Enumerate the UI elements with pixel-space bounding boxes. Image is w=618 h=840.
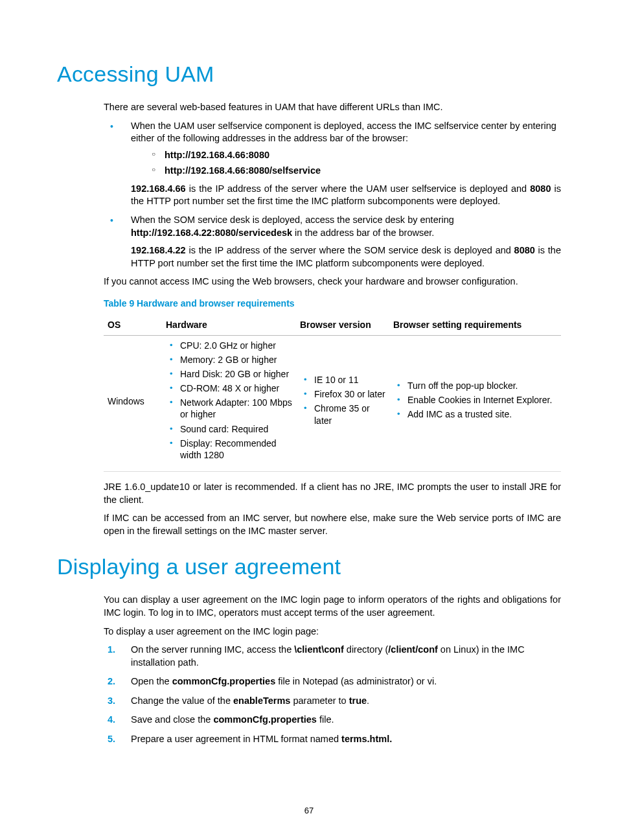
agreement-intro: You can display a user agreement on the …	[104, 594, 561, 619]
list-item: Memory: 2 GB or higher	[166, 354, 292, 366]
step-mid: directory (	[344, 644, 389, 655]
settings-list: Turn off the pop-up blocker. Enable Cook…	[393, 380, 557, 421]
step-post: .	[367, 695, 369, 706]
step-mid: parameter to	[290, 695, 349, 706]
list-item: Hard Disk: 20 GB or higher	[166, 368, 292, 380]
heading-accessing-uam: Accessing UAM	[57, 62, 561, 87]
agreement-lead: To display a user agreement on the IMC l…	[104, 625, 561, 638]
ip-note-mid: is the IP address of the server where th…	[186, 245, 514, 255]
step-bold: \client\conf	[294, 644, 344, 655]
outer-bullet-list: When the UAM user selfservice component …	[104, 120, 561, 270]
list-item: Sound card: Required	[166, 423, 292, 435]
step-pre: Change the value of the	[131, 695, 233, 706]
th-hardware: Hardware	[162, 316, 296, 335]
step-post: file.	[317, 714, 334, 725]
step-item: Open the commonCfg.properties file in No…	[104, 675, 561, 688]
list-item: CPU: 2.0 GHz or higher	[166, 340, 292, 351]
step-pre: Open the	[131, 676, 172, 686]
page-number: 67	[0, 806, 618, 815]
step-pre: Save and close the	[131, 714, 213, 725]
table-caption: Table 9 Hardware and browser requirement…	[104, 298, 561, 310]
requirements-table: OS Hardware Browser version Browser sett…	[104, 316, 561, 472]
sub-url-list: http://192.168.4.66:8080 http://192.168.…	[131, 149, 561, 178]
list-item: Enable Cookies in Internet Explorer.	[393, 394, 557, 406]
steps-list: On the server running IMC, access the \c…	[104, 644, 561, 745]
step-item: Change the value of the enableTerms para…	[104, 695, 561, 708]
heading-user-agreement: Displaying a user agreement	[57, 554, 561, 579]
list-item: Chrome 35 or later	[300, 402, 385, 426]
url-item: http://192.168.4.66:8080/selfservice	[131, 165, 561, 178]
td-hardware: CPU: 2.0 GHz or higher Memory: 2 GB or h…	[162, 335, 296, 472]
ip-note: 192.168.4.22 is the IP address of the se…	[131, 244, 561, 270]
list-item: Display: Recommended width 1280	[166, 438, 292, 461]
td-browser: IE 10 or 11 Firefox 30 or later Chrome 3…	[296, 335, 389, 472]
bullet-text-pre: When the SOM service desk is deployed, a…	[131, 215, 454, 225]
step-bold: enableTerms	[233, 695, 290, 706]
section2-content: You can display a user agreement on the …	[104, 594, 561, 745]
url-item: http://192.168.4.66:8080	[131, 149, 561, 162]
document-page: Accessing UAM There are several web-base…	[0, 0, 618, 840]
browser-check-note: If you cannot access IMC using the Web b…	[104, 275, 561, 288]
ip-value: 192.168.4.66	[131, 183, 186, 194]
port-value: 8080	[530, 183, 551, 194]
td-settings: Turn off the pop-up blocker. Enable Cook…	[389, 335, 561, 472]
list-item: IE 10 or 11	[300, 374, 385, 386]
bullet-text-bold: http://192.168.4.22:8080/servicedesk	[131, 228, 292, 238]
th-browser-version: Browser version	[296, 316, 389, 335]
step-pre: Prepare a user agreement in HTML format …	[131, 734, 341, 744]
firewall-note: If IMC can be accessed from an IMC serve…	[104, 512, 561, 537]
list-item: Network Adapter: 100 Mbps or higher	[166, 397, 292, 420]
bullet-text-post: in the address bar of the browser.	[292, 228, 434, 238]
step-bold: commonCfg.properties	[213, 714, 317, 725]
section1-content: There are several web-based features in …	[104, 101, 561, 537]
ip-value: 192.168.4.22	[131, 245, 186, 255]
bullet-text: When the UAM user selfservice component …	[131, 121, 556, 144]
bullet-servicedesk: When the SOM service desk is deployed, a…	[104, 214, 561, 270]
list-item: Add IMC as a trusted site.	[393, 408, 557, 420]
step-item: Prepare a user agreement in HTML format …	[104, 733, 561, 746]
url-text: http://192.168.4.66:8080	[165, 150, 269, 160]
step-bold2: true	[349, 695, 367, 706]
th-browser-settings: Browser setting requirements	[389, 316, 561, 335]
list-item: CD-ROM: 48 X or higher	[166, 382, 292, 394]
bullet-selfservice: When the UAM user selfservice component …	[104, 120, 561, 208]
browser-list: IE 10 or 11 Firefox 30 or later Chrome 3…	[300, 374, 385, 426]
step-bold2: /client/conf	[388, 644, 438, 655]
ip-note: 192.168.4.66 is the IP address of the se…	[131, 183, 561, 208]
hardware-list: CPU: 2.0 GHz or higher Memory: 2 GB or h…	[166, 340, 292, 461]
table-header-row: OS Hardware Browser version Browser sett…	[104, 316, 561, 335]
th-os: OS	[104, 316, 162, 335]
list-item: Turn off the pop-up blocker.	[393, 380, 557, 391]
step-pre: On the server running IMC, access the	[131, 644, 294, 655]
step-bold: terms.html.	[341, 734, 392, 744]
intro-paragraph: There are several web-based features in …	[104, 101, 561, 114]
list-item: Firefox 30 or later	[300, 388, 385, 400]
step-post: file in Notepad (as administrator) or vi…	[275, 676, 437, 686]
td-os: Windows	[104, 335, 162, 472]
jre-note: JRE 1.6.0_update10 or later is recommend…	[104, 481, 561, 506]
step-bold: commonCfg.properties	[172, 676, 276, 686]
step-item: Save and close the commonCfg.properties …	[104, 714, 561, 727]
ip-note-mid: is the IP address of the server where th…	[186, 183, 531, 194]
url-text: http://192.168.4.66:8080/selfservice	[165, 165, 321, 176]
port-value: 8080	[514, 245, 535, 255]
step-item: On the server running IMC, access the \c…	[104, 644, 561, 669]
table-row: Windows CPU: 2.0 GHz or higher Memory: 2…	[104, 335, 561, 472]
